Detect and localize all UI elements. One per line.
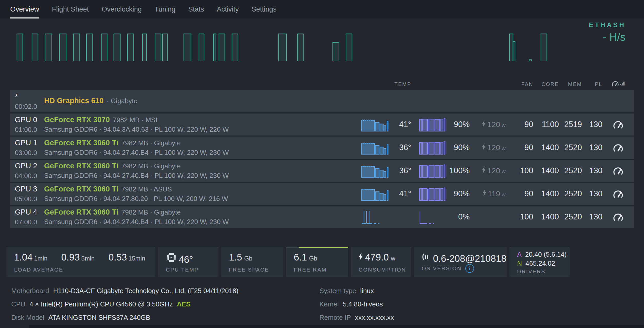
hashrate-summary: ETHASH - H/s xyxy=(589,21,626,43)
consumption-bolt-icon xyxy=(359,253,363,261)
gpu-name-cell: GeForce RTX 3060 Ti 7982 MB · Gigabyte S… xyxy=(44,139,361,157)
gpu-overclock-button[interactable] xyxy=(602,189,634,199)
gpu-temp: 41° xyxy=(390,120,411,129)
gpu-temp: 41° xyxy=(390,189,411,198)
gpu-details: 7982 MB · ASUS xyxy=(122,185,172,193)
gpu-overclock-button[interactable] xyxy=(602,212,634,222)
gpu-fan-percent: 90% xyxy=(448,189,470,198)
system-row-motherboard: MotherboardH110-D3A-CF Gigabyte Technolo… xyxy=(11,284,319,297)
gpu-row[interactable]: GPU 4 07:00.0 GeForce RTX 3060 Ti 7982 M… xyxy=(10,206,634,228)
system-row-disk-model: Disk ModelATA KINGSTON SHFS37A 240GB xyxy=(11,311,319,324)
system-value: 5.4.80-hiveos xyxy=(343,300,383,308)
gpu-power-cell: 120 w xyxy=(470,166,508,175)
load-average-card: 1.041min 0.935min 0.5315min LOAD AVERAGE xyxy=(6,247,155,277)
system-info-left: MotherboardH110-D3A-CF Gigabyte Technolo… xyxy=(11,284,319,324)
gpu-fan-setting: 90 xyxy=(508,189,533,198)
gpu-power-limit: 130 xyxy=(582,166,602,175)
consumption-unit: w xyxy=(391,255,395,262)
gpu-name-cell: GeForce RTX 3060 Ti 7982 MB · Gigabyte S… xyxy=(44,208,361,226)
system-value: linux xyxy=(360,287,374,295)
gpu-fan-setting: 90 xyxy=(508,143,533,152)
gpu-fan-setting: 100 xyxy=(508,166,533,175)
system-label: CPU xyxy=(11,300,25,308)
gpu-overclock-button[interactable] xyxy=(602,166,634,176)
gpu-overclock-button[interactable] xyxy=(602,143,634,152)
gpu-core-clock: 1400 xyxy=(533,143,559,152)
free-ram-label: FREE RAM xyxy=(294,267,348,273)
gpu-core-clock: 1400 xyxy=(533,189,559,198)
nav-item-stats[interactable]: Stats xyxy=(188,0,204,18)
overclock-all-button[interactable]: all xyxy=(602,80,634,87)
gpu-bus-id: 01:00.0 xyxy=(15,126,44,134)
gpu-name[interactable]: GeForce RTX 3060 Ti xyxy=(44,185,118,193)
gpu-bus-id: 07:00.0 xyxy=(15,218,44,226)
nav-item-activity[interactable]: Activity xyxy=(217,0,239,18)
ram-usage-bar xyxy=(286,247,348,248)
gpu-power: 119 xyxy=(488,189,500,198)
gpu-power-cell: 120 w xyxy=(470,143,508,152)
gpu-fan-percent: 90% xyxy=(448,120,470,129)
gpu-index: GPU 1 xyxy=(15,139,44,147)
gpu-id-cell: GPU 2 04:00.0 xyxy=(10,162,44,180)
fan-sparkline xyxy=(419,117,448,132)
gpu-name[interactable]: GeForce RTX 3060 Ti xyxy=(44,162,118,170)
gauge-icon xyxy=(612,120,624,129)
load-15min: 0.53 xyxy=(108,252,127,263)
gpu-bus-id: 04:00.0 xyxy=(15,172,44,180)
system-info: MotherboardH110-D3A-CF Gigabyte Technolo… xyxy=(11,284,644,324)
fan-sparkline xyxy=(419,140,448,155)
gpu-id-cell: GPU 4 07:00.0 xyxy=(10,208,44,226)
gpu-name-cell: GeForce RTX 3070 7982 MB · MSI Samsung G… xyxy=(44,115,361,133)
gpu-mem-clock: 2520 xyxy=(559,143,582,152)
gpu-row[interactable]: GPU 2 04:00.0 GeForce RTX 3060 Ti 7982 M… xyxy=(10,160,634,182)
nav-item-tuning[interactable]: Tuning xyxy=(155,0,176,18)
header-core: CORE xyxy=(533,81,559,87)
gpu-mem-clock: 2520 xyxy=(559,189,582,198)
fan-sparkline xyxy=(419,209,448,224)
gpu-subline: Samsung GDDR6 · 94.04.27.40.B4 · PL 100 … xyxy=(44,172,361,180)
system-value: 4 × Intel(R) Pentium(R) CPU G4560 @ 3.50… xyxy=(29,300,173,308)
free-space-card: 1.5 Gb FREE SPACE xyxy=(221,247,283,277)
gpu-name-cell: HD Graphics 610 · Gigabyte xyxy=(44,97,361,107)
gpu-mem-clock: 2520 xyxy=(559,166,582,175)
system-label: Remote IP xyxy=(319,314,351,322)
gpu-power-cell: 120 w xyxy=(470,120,508,129)
os-info-icon[interactable]: i xyxy=(465,264,474,273)
gpu-name[interactable]: GeForce RTX 3070 xyxy=(44,115,110,124)
nav-item-flight-sheet[interactable]: Flight Sheet xyxy=(52,0,89,18)
gpu-core-clock: 1400 xyxy=(533,166,559,175)
gpu-row[interactable]: * 00:02.0 HD Graphics 610 · Gigabyte w xyxy=(10,90,634,112)
gpu-core-clock: 1400 xyxy=(533,212,559,221)
gpu-id-cell: GPU 3 05:00.0 xyxy=(10,185,44,203)
gpu-fan-percent: 100% xyxy=(448,166,470,175)
header-all-label: all xyxy=(620,81,625,87)
gpu-index: GPU 2 xyxy=(15,162,44,170)
gpu-row[interactable]: GPU 3 05:00.0 GeForce RTX 3060 Ti 7982 M… xyxy=(10,183,634,205)
gpu-power-unit: w xyxy=(502,168,506,175)
hashrate-value: - H/s xyxy=(589,31,626,43)
temp-sparkline xyxy=(361,163,390,178)
nvidia-driver-version: 465.24.02 xyxy=(526,259,555,267)
header-mem: MEM xyxy=(559,81,582,87)
nav-item-overview[interactable]: Overview xyxy=(10,0,39,18)
gpu-row[interactable]: GPU 0 01:00.0 GeForce RTX 3070 7982 MB ·… xyxy=(10,113,634,136)
gpu-overclock-button[interactable] xyxy=(602,120,634,129)
gpu-index: GPU 3 xyxy=(15,185,44,193)
gpu-name[interactable]: HD Graphics 610 xyxy=(44,97,104,105)
gpu-name[interactable]: GeForce RTX 3060 Ti xyxy=(44,139,118,147)
free-ram-card: 6.1 Gb FREE RAM xyxy=(286,247,348,277)
stats-bar: 1.041min 0.935min 0.5315min LOAD AVERAGE… xyxy=(6,247,644,277)
gpu-row[interactable]: GPU 1 03:00.0 GeForce RTX 3060 Ti 7982 M… xyxy=(10,137,634,159)
drivers-label: DRIVERS xyxy=(517,268,570,275)
gpu-name[interactable]: GeForce RTX 3060 Ti xyxy=(44,208,118,216)
gpu-details: 7982 MB · Gigabyte xyxy=(122,162,181,170)
gpu-id-cell: GPU 0 01:00.0 xyxy=(10,115,44,134)
gpu-power: 120 xyxy=(487,120,500,129)
nav-item-overclocking[interactable]: Overclocking xyxy=(102,0,142,18)
nav-item-settings[interactable]: Settings xyxy=(251,0,277,18)
system-row-system-type: System typelinux xyxy=(319,284,394,297)
gpu-power-unit: w xyxy=(502,191,506,198)
gpu-subline: Samsung GDDR6 · 94.04.27.40.B4 · PL 100 … xyxy=(44,149,361,157)
temp-sparkline xyxy=(361,140,390,155)
cpu-temp-card: 46° CPU TEMP xyxy=(158,247,218,277)
